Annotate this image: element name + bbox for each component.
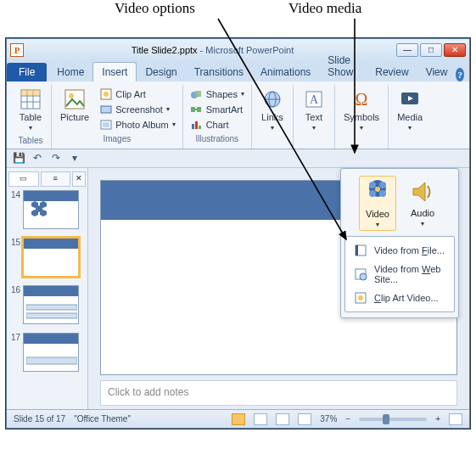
thumb-14[interactable] — [23, 190, 79, 229]
svg-rect-36 — [26, 305, 77, 310]
view-slideshow-button[interactable] — [298, 413, 311, 425]
thumbs-tab-outline[interactable]: ≡ — [41, 171, 71, 187]
thumb-num-17: 17 — [8, 333, 20, 342]
video-icon — [363, 178, 392, 207]
thumb-16[interactable] — [23, 285, 79, 324]
film-clipart-icon — [354, 291, 367, 305]
app-icon: P — [10, 43, 24, 57]
photoalbum-icon — [99, 118, 112, 131]
svg-text:Ω: Ω — [356, 90, 368, 109]
status-slide: Slide 15 of 17 — [14, 414, 65, 424]
status-theme: "Office Theme" — [74, 414, 131, 424]
svg-rect-16 — [195, 91, 201, 97]
save-icon[interactable]: 💾 — [12, 152, 25, 166]
view-reading-button[interactable] — [276, 413, 289, 425]
group-images-label: Images — [57, 134, 177, 145]
svg-rect-17 — [191, 107, 195, 112]
thumb-17[interactable] — [23, 333, 79, 372]
ribbon-tabs: File Home Insert Design Transitions Anim… — [7, 61, 469, 81]
symbols-icon: Ω — [350, 88, 372, 110]
smartart-button[interactable]: SmartArt — [188, 102, 246, 116]
symbols-button[interactable]: Ω Symbols▾ — [340, 87, 383, 133]
links-icon — [261, 88, 283, 110]
tab-home[interactable]: Home — [48, 63, 92, 81]
undo-button[interactable]: ↶ — [31, 152, 44, 166]
tab-transitions[interactable]: Transitions — [186, 63, 252, 81]
svg-rect-20 — [192, 124, 194, 129]
thumb-15[interactable] — [23, 238, 79, 277]
tab-animations[interactable]: Animations — [252, 63, 319, 81]
zoom-slider[interactable] — [359, 418, 427, 421]
text-icon: A — [303, 88, 325, 110]
audio-split-button[interactable]: Audio ▾ — [405, 176, 440, 231]
text-button[interactable]: A Text▾ — [299, 87, 329, 133]
svg-point-51 — [358, 295, 363, 300]
fit-button[interactable] — [449, 413, 462, 425]
media-icon — [399, 88, 421, 110]
thumbs-close[interactable]: ✕ — [72, 171, 86, 187]
titlebar: P Title Slide2.pptx - Microsoft PowerPoi… — [7, 39, 469, 61]
workspace: ▭ ≡ ✕ 14 15 16 — [7, 168, 469, 409]
view-normal-button[interactable] — [232, 413, 245, 425]
links-button[interactable]: Links▾ — [257, 87, 288, 133]
audio-icon — [408, 177, 437, 206]
maximize-button[interactable]: □ — [420, 43, 442, 57]
shapes-button[interactable]: Shapes ▾ — [188, 87, 246, 101]
smartart-icon — [190, 103, 203, 115]
video-from-web[interactable]: Video from Web Site... — [347, 261, 452, 288]
group-illustrations-label: Illustrations — [188, 134, 246, 145]
clipart-icon — [99, 87, 112, 100]
table-button[interactable]: Table ▾ — [15, 87, 46, 133]
svg-marker-45 — [413, 182, 425, 201]
tab-design[interactable]: Design — [137, 63, 185, 81]
media-popout: Video ▾ Audio ▾ Video from File... — [340, 168, 459, 318]
notes-placeholder[interactable]: Click to add notes — [100, 380, 457, 406]
picture-button[interactable]: Picture — [57, 87, 92, 124]
redo-button[interactable]: ↷ — [49, 152, 63, 166]
thumbnail-pane[interactable]: ▭ ≡ ✕ 14 15 16 — [7, 168, 88, 409]
qat-more[interactable]: ▾ — [68, 152, 81, 166]
group-tables-label: Tables — [15, 136, 46, 147]
zoom-minus[interactable]: − — [345, 414, 350, 424]
svg-rect-14 — [103, 122, 109, 127]
thumb-num-15: 15 — [8, 238, 20, 247]
quick-access-row: 💾 ↶ ↷ ▾ — [7, 149, 469, 168]
svg-rect-7 — [21, 90, 40, 95]
thumbs-tab-slides[interactable]: ▭ — [8, 171, 39, 187]
photoalbum-button[interactable]: Photo Album ▾ — [98, 117, 176, 132]
media-button[interactable]: Media▾ — [394, 87, 426, 133]
film-web-icon — [354, 267, 367, 281]
svg-point-43 — [379, 190, 386, 197]
tab-review[interactable]: Review — [367, 63, 417, 81]
statusbar: Slide 15 of 17 "Office Theme" 37% − + — [7, 409, 469, 428]
screenshot-button[interactable]: Screenshot ▾ — [98, 102, 176, 116]
video-split-button[interactable]: Video ▾ — [359, 176, 396, 231]
clipart-button[interactable]: Clip Art — [98, 87, 176, 101]
thumb-num-14: 14 — [8, 190, 20, 199]
file-tab[interactable]: File — [7, 63, 47, 81]
close-button[interactable]: ✕ — [444, 43, 466, 57]
chart-button[interactable]: Chart — [188, 117, 246, 132]
video-from-file[interactable]: Video from File... — [347, 240, 452, 261]
svg-rect-47 — [356, 245, 358, 255]
svg-rect-38 — [26, 357, 77, 364]
svg-point-9 — [69, 93, 74, 98]
view-sorter-button[interactable] — [254, 413, 267, 425]
svg-rect-22 — [199, 126, 201, 129]
svg-rect-21 — [195, 121, 198, 129]
tab-slideshow[interactable]: Slide Show — [319, 51, 367, 81]
picture-icon — [64, 88, 86, 110]
minimize-button[interactable]: — — [396, 43, 418, 57]
svg-rect-37 — [26, 313, 77, 318]
svg-rect-8 — [65, 90, 84, 109]
clipart-video[interactable]: Clip Art Video... — [347, 288, 452, 308]
help-icon[interactable]: ? — [456, 68, 464, 81]
chart-icon — [190, 118, 203, 131]
tab-insert[interactable]: Insert — [92, 62, 137, 81]
svg-point-49 — [360, 273, 367, 280]
zoom-label: 37% — [320, 414, 337, 424]
shapes-icon — [190, 87, 203, 100]
video-dropdown-menu: Video from File... Video from Web Site..… — [344, 236, 455, 312]
zoom-plus[interactable]: + — [435, 414, 440, 424]
tab-view[interactable]: View — [417, 63, 456, 81]
